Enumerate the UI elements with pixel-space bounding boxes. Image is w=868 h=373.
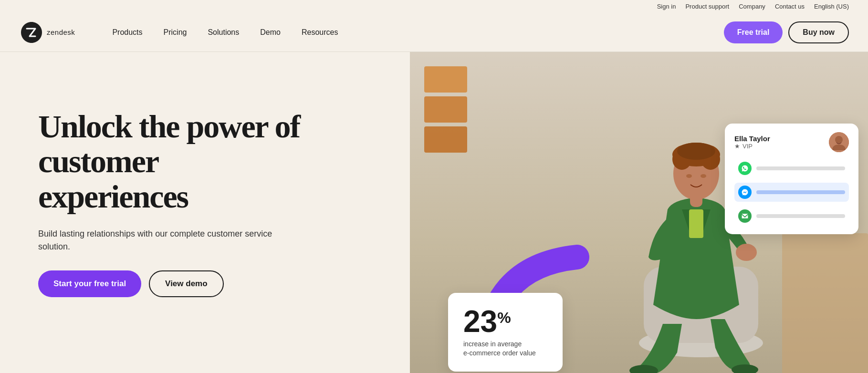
stats-label-line2: e-commerce order value: [463, 349, 536, 357]
stats-label-line1: increase in average: [463, 340, 522, 348]
contact-us-link[interactable]: Contact us: [775, 3, 805, 10]
company-link[interactable]: Company: [739, 3, 765, 10]
svg-point-16: [835, 136, 843, 144]
cx-channels-list: [734, 159, 849, 226]
nav-products[interactable]: Products: [104, 23, 151, 41]
free-trial-button[interactable]: Free trial: [724, 21, 783, 43]
hero-subtitle: Build lasting relationships with our com…: [38, 228, 305, 253]
cx-profile-card: Ella Taylor ★ VIP: [725, 124, 858, 234]
nav-links: Products Pricing Solutions Demo Resource…: [104, 23, 723, 41]
svg-point-12: [677, 143, 715, 160]
cx-channel-whatsapp: [734, 159, 849, 178]
star-icon: ★: [734, 143, 740, 150]
nav-solutions[interactable]: Solutions: [199, 23, 248, 41]
stats-card: 23% increase in average e-commerce order…: [448, 293, 563, 372]
hero-content-left: Unlock the power of customer experiences…: [38, 81, 305, 297]
signin-link[interactable]: Sign in: [657, 3, 676, 10]
messenger-bar: [756, 190, 845, 194]
logo-text: zendesk: [47, 28, 75, 36]
svg-point-6: [736, 244, 757, 261]
box-1: [424, 66, 467, 93]
hero-title: Unlock the power of customer experiences: [38, 109, 305, 214]
cx-vip-badge: ★ VIP: [734, 143, 770, 150]
cx-user-name: Ella Taylor: [734, 135, 770, 143]
nav-resources[interactable]: Resources: [293, 23, 346, 41]
cx-card-header: Ella Taylor ★ VIP: [734, 132, 849, 152]
stats-label: increase in average e-commerce order val…: [463, 340, 547, 358]
main-navbar: zendesk Products Pricing Solutions Demo …: [0, 13, 868, 52]
language-selector[interactable]: English (US): [814, 3, 849, 10]
vip-label: VIP: [743, 143, 753, 150]
logo[interactable]: zendesk: [19, 20, 75, 45]
cx-user-info: Ella Taylor ★ VIP: [734, 135, 770, 150]
box-stack: [424, 66, 467, 153]
nav-pricing[interactable]: Pricing: [155, 23, 196, 41]
view-demo-button[interactable]: View demo: [149, 270, 224, 297]
svg-point-13: [686, 174, 692, 178]
product-support-link[interactable]: Product support: [685, 3, 729, 10]
box-2: [424, 96, 467, 123]
nav-demo[interactable]: Demo: [251, 23, 289, 41]
nav-actions: Free trial Buy now: [724, 21, 849, 43]
hero-buttons: Start your free trial View demo: [38, 270, 305, 297]
zendesk-logo-icon: [19, 20, 44, 45]
email-icon: [738, 209, 752, 223]
whatsapp-icon: [738, 162, 752, 175]
box-3: [424, 126, 467, 153]
hero-section: Unlock the power of customer experiences…: [0, 52, 868, 373]
cx-channel-messenger: [734, 183, 849, 202]
hero-image-section: 23% increase in average e-commerce order…: [410, 52, 868, 373]
svg-point-14: [701, 174, 706, 178]
stats-number: 23%: [463, 306, 547, 337]
whatsapp-bar: [756, 166, 845, 170]
buy-now-button[interactable]: Buy now: [788, 21, 849, 43]
email-bar: [756, 214, 845, 218]
top-utility-bar: Sign in Product support Company Contact …: [0, 0, 868, 13]
stats-value: 23: [463, 306, 497, 337]
start-trial-button[interactable]: Start your free trial: [38, 270, 141, 297]
cx-avatar: [829, 132, 849, 152]
cx-channel-email: [734, 207, 849, 226]
messenger-icon: [738, 186, 752, 199]
svg-rect-5: [689, 209, 703, 238]
stats-percent-symbol: %: [497, 310, 511, 325]
